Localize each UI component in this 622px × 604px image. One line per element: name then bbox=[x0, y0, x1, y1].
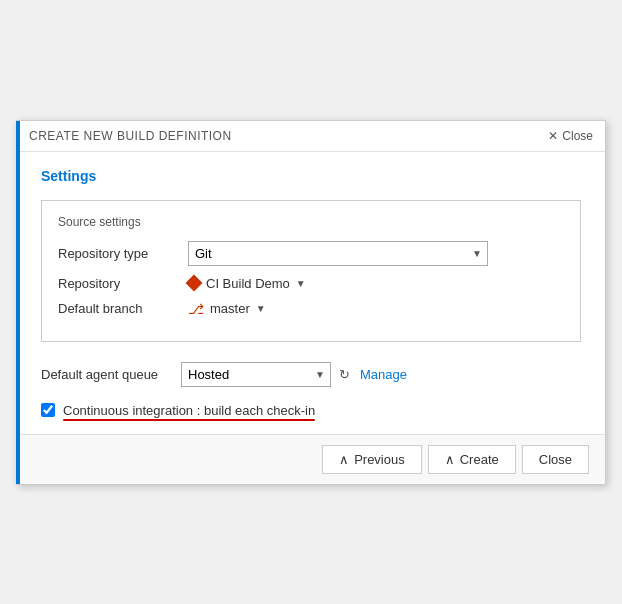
source-settings-box: Source settings Repository type Git TFVC… bbox=[41, 200, 581, 342]
repository-row: Repository CI Build Demo ▼ bbox=[58, 276, 564, 291]
left-accent bbox=[16, 121, 20, 484]
create-button[interactable]: ∧ Create bbox=[428, 445, 516, 474]
branch-value[interactable]: ⎇ master ▼ bbox=[188, 301, 266, 317]
agent-queue-label: Default agent queue bbox=[41, 367, 181, 382]
default-branch-label: Default branch bbox=[58, 301, 188, 316]
ci-underline bbox=[63, 419, 315, 421]
branch-icon: ⎇ bbox=[188, 301, 204, 317]
branch-dropdown-arrow-icon[interactable]: ▼ bbox=[256, 303, 266, 314]
footer-close-label: Close bbox=[539, 452, 572, 467]
previous-arrow-icon: ∧ bbox=[339, 452, 349, 467]
close-button[interactable]: Close bbox=[522, 445, 589, 474]
repository-control: CI Build Demo ▼ bbox=[188, 276, 564, 291]
default-branch-row: Default branch ⎇ master ▼ bbox=[58, 301, 564, 317]
previous-label: Previous bbox=[354, 452, 405, 467]
previous-button[interactable]: ∧ Previous bbox=[322, 445, 422, 474]
ci-label-text: Continuous integration : build each chec… bbox=[63, 403, 315, 418]
create-arrow-icon: ∧ bbox=[445, 452, 455, 467]
settings-heading: Settings bbox=[41, 168, 581, 184]
repository-type-control: Git TFVC ▼ bbox=[188, 241, 564, 266]
create-label: Create bbox=[460, 452, 499, 467]
create-build-dialog: CREATE NEW BUILD DEFINITION ✕ Close Sett… bbox=[16, 120, 606, 485]
agent-queue-row: Default agent queue Hosted Default ▼ ↻ M… bbox=[41, 362, 581, 387]
repository-type-select[interactable]: Git TFVC bbox=[188, 241, 488, 266]
refresh-icon[interactable]: ↻ bbox=[339, 367, 350, 382]
repository-dropdown-arrow-icon[interactable]: ▼ bbox=[296, 278, 306, 289]
agent-queue-select[interactable]: Hosted Default bbox=[181, 362, 331, 387]
agent-queue-select-wrap: Hosted Default ▼ bbox=[181, 362, 331, 387]
ci-label-content: Continuous integration : build each chec… bbox=[63, 403, 315, 418]
git-diamond-icon bbox=[186, 275, 203, 292]
close-label: Close bbox=[562, 129, 593, 143]
ci-row: Continuous integration : build each chec… bbox=[41, 403, 581, 418]
close-x: ✕ bbox=[548, 129, 558, 143]
repository-name: CI Build Demo bbox=[206, 276, 290, 291]
dialog-title: CREATE NEW BUILD DEFINITION bbox=[29, 129, 232, 143]
dialog-body: Settings Source settings Repository type… bbox=[17, 152, 605, 434]
repository-type-row: Repository type Git TFVC ▼ bbox=[58, 241, 564, 266]
repository-label: Repository bbox=[58, 276, 188, 291]
source-settings-label: Source settings bbox=[58, 215, 564, 229]
default-branch-control: ⎇ master ▼ bbox=[188, 301, 564, 317]
ci-checkbox[interactable] bbox=[41, 403, 55, 417]
repository-value[interactable]: CI Build Demo ▼ bbox=[188, 276, 306, 291]
branch-name: master bbox=[210, 301, 250, 316]
ci-label: Continuous integration : build each chec… bbox=[63, 403, 315, 418]
dialog-titlebar: CREATE NEW BUILD DEFINITION ✕ Close bbox=[17, 121, 605, 152]
title-close-button[interactable]: ✕ Close bbox=[548, 129, 593, 143]
dialog-footer: ∧ Previous ∧ Create Close bbox=[17, 434, 605, 484]
repository-type-label: Repository type bbox=[58, 246, 188, 261]
manage-link[interactable]: Manage bbox=[360, 367, 407, 382]
repository-type-select-wrap: Git TFVC ▼ bbox=[188, 241, 488, 266]
